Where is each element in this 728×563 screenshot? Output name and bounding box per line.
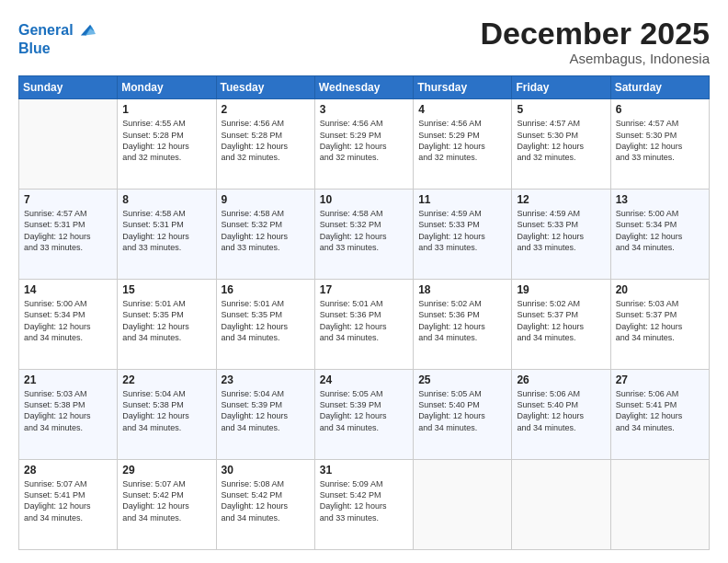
- weekday-header-row: SundayMondayTuesdayWednesdayThursdayFrid…: [19, 76, 710, 99]
- day-info: Sunrise: 5:04 AM Sunset: 5:38 PM Dayligh…: [122, 388, 210, 433]
- day-number: 4: [418, 103, 506, 116]
- day-info: Sunrise: 5:03 AM Sunset: 5:38 PM Dayligh…: [24, 388, 112, 433]
- day-number: 31: [320, 464, 408, 477]
- calendar-cell: 11Sunrise: 4:59 AM Sunset: 5:33 PM Dayli…: [414, 190, 512, 280]
- day-number: 20: [616, 283, 704, 296]
- day-number: 11: [418, 193, 506, 206]
- calendar-cell: 17Sunrise: 5:01 AM Sunset: 5:36 PM Dayli…: [314, 280, 413, 370]
- day-number: 25: [418, 373, 506, 386]
- location: Asembagus, Indonesia: [480, 51, 710, 66]
- day-info: Sunrise: 4:56 AM Sunset: 5:28 PM Dayligh…: [222, 118, 310, 163]
- day-number: 5: [517, 103, 605, 116]
- day-info: Sunrise: 5:05 AM Sunset: 5:39 PM Dayligh…: [320, 388, 408, 433]
- day-info: Sunrise: 4:59 AM Sunset: 5:33 PM Dayligh…: [517, 208, 605, 253]
- logo-icon: [75, 20, 96, 40]
- calendar-cell: 7Sunrise: 4:57 AM Sunset: 5:31 PM Daylig…: [19, 190, 118, 280]
- page: General Blue December 2025 Asembagus, In…: [0, 0, 728, 563]
- calendar-cell: 21Sunrise: 5:03 AM Sunset: 5:38 PM Dayli…: [19, 370, 118, 460]
- calendar-cell: 24Sunrise: 5:05 AM Sunset: 5:39 PM Dayli…: [314, 370, 413, 460]
- weekday-header-sunday: Sunday: [19, 76, 118, 99]
- day-number: 16: [222, 283, 310, 296]
- day-info: Sunrise: 5:08 AM Sunset: 5:42 PM Dayligh…: [222, 478, 310, 523]
- day-info: Sunrise: 4:55 AM Sunset: 5:28 PM Dayligh…: [122, 118, 210, 163]
- calendar-cell: 28Sunrise: 5:07 AM Sunset: 5:41 PM Dayli…: [19, 460, 118, 550]
- calendar-cell: 12Sunrise: 4:59 AM Sunset: 5:33 PM Dayli…: [512, 190, 610, 280]
- calendar-cell: 25Sunrise: 5:05 AM Sunset: 5:40 PM Dayli…: [414, 370, 512, 460]
- calendar-cell: 18Sunrise: 5:02 AM Sunset: 5:36 PM Dayli…: [414, 280, 512, 370]
- day-number: 6: [616, 103, 704, 116]
- calendar-cell: 2Sunrise: 4:56 AM Sunset: 5:28 PM Daylig…: [216, 99, 314, 190]
- day-info: Sunrise: 5:06 AM Sunset: 5:41 PM Dayligh…: [616, 388, 704, 433]
- calendar-cell: 3Sunrise: 4:56 AM Sunset: 5:29 PM Daylig…: [314, 99, 413, 190]
- calendar-cell: [610, 460, 709, 550]
- day-info: Sunrise: 5:07 AM Sunset: 5:41 PM Dayligh…: [24, 478, 112, 523]
- day-info: Sunrise: 4:57 AM Sunset: 5:30 PM Dayligh…: [517, 118, 605, 163]
- day-info: Sunrise: 4:57 AM Sunset: 5:31 PM Dayligh…: [24, 208, 112, 253]
- day-number: 13: [616, 193, 704, 206]
- day-info: Sunrise: 5:00 AM Sunset: 5:34 PM Dayligh…: [24, 298, 112, 343]
- calendar-week-row: 14Sunrise: 5:00 AM Sunset: 5:34 PM Dayli…: [19, 280, 710, 370]
- day-number: 29: [122, 464, 210, 477]
- day-number: 24: [320, 373, 408, 386]
- day-number: 26: [517, 373, 605, 386]
- day-info: Sunrise: 5:04 AM Sunset: 5:39 PM Dayligh…: [222, 388, 310, 433]
- calendar-cell: 4Sunrise: 4:56 AM Sunset: 5:29 PM Daylig…: [414, 99, 512, 190]
- day-info: Sunrise: 4:56 AM Sunset: 5:29 PM Dayligh…: [418, 118, 506, 163]
- day-number: 9: [222, 193, 310, 206]
- calendar-cell: [414, 460, 512, 550]
- calendar-cell: 27Sunrise: 5:06 AM Sunset: 5:41 PM Dayli…: [610, 370, 709, 460]
- logo: General Blue: [18, 20, 96, 57]
- calendar-cell: 23Sunrise: 5:04 AM Sunset: 5:39 PM Dayli…: [216, 370, 314, 460]
- day-number: 15: [122, 283, 210, 296]
- calendar-cell: [19, 99, 118, 190]
- day-number: 12: [517, 193, 605, 206]
- day-number: 2: [222, 103, 310, 116]
- day-info: Sunrise: 5:00 AM Sunset: 5:34 PM Dayligh…: [616, 208, 704, 253]
- day-info: Sunrise: 5:06 AM Sunset: 5:40 PM Dayligh…: [517, 388, 605, 433]
- day-info: Sunrise: 5:05 AM Sunset: 5:40 PM Dayligh…: [418, 388, 506, 433]
- day-info: Sunrise: 5:01 AM Sunset: 5:35 PM Dayligh…: [122, 298, 210, 343]
- day-number: 17: [320, 283, 408, 296]
- calendar-week-row: 7Sunrise: 4:57 AM Sunset: 5:31 PM Daylig…: [19, 190, 710, 280]
- day-number: 30: [222, 464, 310, 477]
- day-info: Sunrise: 5:01 AM Sunset: 5:36 PM Dayligh…: [320, 298, 408, 343]
- title-block: December 2025 Asembagus, Indonesia: [480, 17, 710, 66]
- day-number: 18: [418, 283, 506, 296]
- calendar-table: SundayMondayTuesdayWednesdayThursdayFrid…: [18, 75, 710, 550]
- day-number: 21: [24, 373, 112, 386]
- calendar-cell: 22Sunrise: 5:04 AM Sunset: 5:38 PM Dayli…: [118, 370, 216, 460]
- weekday-header-monday: Monday: [118, 76, 216, 99]
- calendar-cell: 16Sunrise: 5:01 AM Sunset: 5:35 PM Dayli…: [216, 280, 314, 370]
- calendar-cell: 1Sunrise: 4:55 AM Sunset: 5:28 PM Daylig…: [118, 99, 216, 190]
- day-number: 1: [122, 103, 210, 116]
- day-number: 22: [122, 373, 210, 386]
- day-number: 8: [122, 193, 210, 206]
- day-number: 7: [24, 193, 112, 206]
- calendar-cell: 14Sunrise: 5:00 AM Sunset: 5:34 PM Dayli…: [19, 280, 118, 370]
- day-number: 28: [24, 464, 112, 477]
- calendar-cell: 9Sunrise: 4:58 AM Sunset: 5:32 PM Daylig…: [216, 190, 314, 280]
- logo-text2: Blue: [18, 40, 96, 57]
- calendar-cell: 26Sunrise: 5:06 AM Sunset: 5:40 PM Dayli…: [512, 370, 610, 460]
- calendar-cell: 20Sunrise: 5:03 AM Sunset: 5:37 PM Dayli…: [610, 280, 709, 370]
- day-info: Sunrise: 5:07 AM Sunset: 5:42 PM Dayligh…: [122, 478, 210, 523]
- day-number: 10: [320, 193, 408, 206]
- day-number: 27: [616, 373, 704, 386]
- day-number: 14: [24, 283, 112, 296]
- calendar-week-row: 21Sunrise: 5:03 AM Sunset: 5:38 PM Dayli…: [19, 370, 710, 460]
- calendar-cell: 19Sunrise: 5:02 AM Sunset: 5:37 PM Dayli…: [512, 280, 610, 370]
- calendar-cell: 8Sunrise: 4:58 AM Sunset: 5:31 PM Daylig…: [118, 190, 216, 280]
- month-title: December 2025: [480, 17, 710, 51]
- calendar-week-row: 1Sunrise: 4:55 AM Sunset: 5:28 PM Daylig…: [19, 99, 710, 190]
- weekday-header-tuesday: Tuesday: [216, 76, 314, 99]
- day-info: Sunrise: 5:01 AM Sunset: 5:35 PM Dayligh…: [222, 298, 310, 343]
- calendar-cell: 6Sunrise: 4:57 AM Sunset: 5:30 PM Daylig…: [610, 99, 709, 190]
- day-info: Sunrise: 4:56 AM Sunset: 5:29 PM Dayligh…: [320, 118, 408, 163]
- weekday-header-thursday: Thursday: [414, 76, 512, 99]
- day-info: Sunrise: 5:03 AM Sunset: 5:37 PM Dayligh…: [616, 298, 704, 343]
- day-info: Sunrise: 4:57 AM Sunset: 5:30 PM Dayligh…: [616, 118, 704, 163]
- calendar-cell: 13Sunrise: 5:00 AM Sunset: 5:34 PM Dayli…: [610, 190, 709, 280]
- calendar-cell: 30Sunrise: 5:08 AM Sunset: 5:42 PM Dayli…: [216, 460, 314, 550]
- weekday-header-friday: Friday: [512, 76, 610, 99]
- day-info: Sunrise: 5:09 AM Sunset: 5:42 PM Dayligh…: [320, 478, 408, 523]
